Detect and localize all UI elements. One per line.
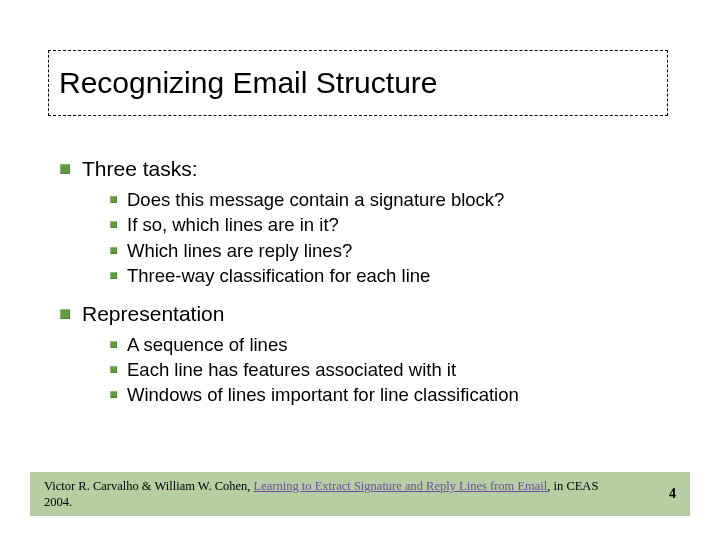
section-heading: Three tasks: — [60, 156, 670, 182]
citation-authors: Victor R. Carvalho & William W. Cohen, — [44, 479, 254, 493]
section-heading: Representation — [60, 301, 670, 327]
bullet-list: Does this message contain a signature bl… — [110, 188, 670, 287]
bullet-icon — [110, 247, 117, 254]
bullet-icon — [110, 196, 117, 203]
page-number: 4 — [609, 486, 676, 502]
list-item-text: Windows of lines important for line clas… — [127, 383, 519, 406]
list-item-text: Each line has features associated with i… — [127, 358, 456, 381]
citation-title-link[interactable]: Learning to Extract Signature and Reply … — [254, 479, 548, 493]
citation: Victor R. Carvalho & William W. Cohen, L… — [44, 478, 609, 511]
bullet-icon — [60, 164, 70, 174]
bullet-icon — [110, 391, 117, 398]
bullet-icon — [110, 366, 117, 373]
bullet-icon — [110, 272, 117, 279]
list-item-text: Does this message contain a signature bl… — [127, 188, 504, 211]
bullet-icon — [110, 221, 117, 228]
bullet-list: A sequence of lines Each line has featur… — [110, 333, 670, 406]
list-item-text: Which lines are reply lines? — [127, 239, 352, 262]
list-item-text: Three-way classification for each line — [127, 264, 430, 287]
slide: Recognizing Email Structure Three tasks:… — [0, 0, 720, 540]
section-label: Three tasks: — [82, 156, 198, 182]
list-item: If so, which lines are in it? — [110, 213, 670, 236]
list-item: Each line has features associated with i… — [110, 358, 670, 381]
list-item-text: If so, which lines are in it? — [127, 213, 339, 236]
list-item: Windows of lines important for line clas… — [110, 383, 670, 406]
list-item: Three-way classification for each line — [110, 264, 670, 287]
bullet-icon — [60, 309, 70, 319]
list-item: Which lines are reply lines? — [110, 239, 670, 262]
section-label: Representation — [82, 301, 224, 327]
slide-title: Recognizing Email Structure — [59, 66, 438, 100]
title-box: Recognizing Email Structure — [48, 50, 668, 116]
footer-bar: Victor R. Carvalho & William W. Cohen, L… — [30, 472, 690, 516]
list-item-text: A sequence of lines — [127, 333, 287, 356]
list-item: Does this message contain a signature bl… — [110, 188, 670, 211]
slide-body: Three tasks: Does this message contain a… — [60, 152, 670, 420]
list-item: A sequence of lines — [110, 333, 670, 356]
bullet-icon — [110, 341, 117, 348]
